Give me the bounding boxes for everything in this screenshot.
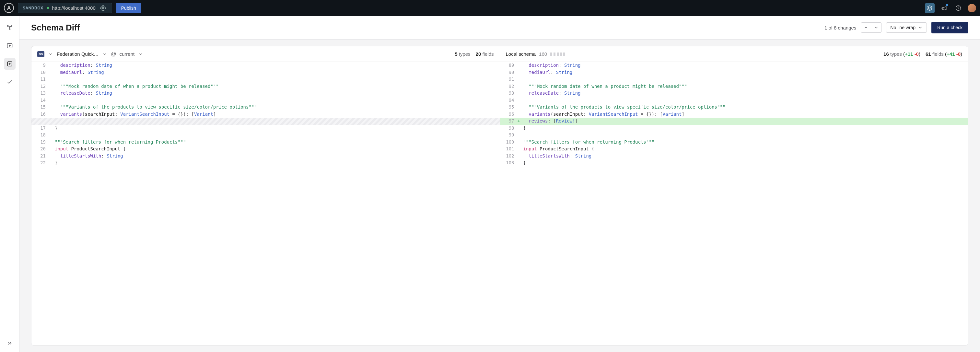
svg-point-4	[7, 25, 8, 26]
code-row: 21 titleStartsWith: String	[32, 153, 500, 160]
svg-point-6	[9, 29, 10, 30]
svg-line-8	[8, 26, 9, 27]
code-row: 18	[32, 132, 500, 139]
diff-gap-row	[32, 118, 500, 125]
code-row: 95 """Variants of the products to view s…	[500, 104, 968, 111]
source-selector[interactable]	[48, 51, 54, 57]
diff-panel-icon[interactable]	[4, 58, 16, 70]
check-icon[interactable]	[4, 76, 16, 88]
graph-icon[interactable]	[4, 22, 16, 33]
at-symbol: @	[111, 51, 116, 57]
chevron-down-icon	[918, 25, 923, 30]
expand-icon[interactable]	[4, 340, 16, 352]
code-row: 11	[32, 76, 500, 83]
top-bar: A SANDBOX http://localhost:4000 Publish	[0, 0, 980, 16]
graph-name: Federation Quick…	[57, 51, 99, 57]
code-row: 19"""Search filters for when returning P…	[32, 139, 500, 146]
code-row: 100"""Search filters for when returning …	[500, 139, 968, 146]
changes-count: 1 of 8 changes	[824, 25, 856, 30]
svg-point-2	[956, 5, 961, 10]
code-row: 14	[32, 97, 500, 104]
svg-marker-12	[9, 45, 10, 47]
play-panel-icon[interactable]	[4, 40, 16, 51]
endpoint-url: http://localhost:4000	[52, 5, 95, 11]
gear-icon[interactable]	[99, 4, 107, 12]
diff-container: DS Federation Quick… @ current 5 types 2…	[31, 46, 968, 346]
publish-button[interactable]: Publish	[116, 3, 141, 13]
svg-point-0	[102, 7, 104, 9]
code-row: 16 variants(searchInput: VariantSearchIn…	[32, 111, 500, 118]
page-title: Schema Diff	[31, 23, 80, 33]
code-row: 103}	[500, 159, 968, 167]
code-row: 101input ProductSearchInput {	[500, 145, 968, 153]
help-icon[interactable]	[953, 3, 963, 13]
status-dot-icon	[47, 7, 49, 9]
local-line-count: 160	[539, 51, 547, 57]
code-row: 12 """Mock random date of when a product…	[32, 83, 500, 90]
right-code-area[interactable]: 89 description: String90 mediaUrl: Strin…	[500, 62, 968, 345]
sandbox-label: SANDBOX	[23, 6, 43, 10]
code-row: 89 description: String	[500, 62, 968, 69]
ds-badge: DS	[37, 51, 45, 57]
code-row: 91	[500, 76, 968, 83]
code-row: 10 mediaUrl: String	[32, 69, 500, 76]
left-rail	[0, 16, 19, 352]
variant-selector[interactable]	[138, 51, 143, 57]
notification-dot-icon	[946, 4, 948, 6]
variant-name: current	[119, 51, 135, 57]
code-row: 92 """Mock random date of when a product…	[500, 83, 968, 90]
svg-marker-1	[928, 5, 932, 8]
loading-icon	[550, 53, 565, 56]
svg-line-9	[10, 26, 11, 27]
sandbox-url-bar[interactable]: SANDBOX http://localhost:4000	[18, 3, 112, 13]
code-row: 99	[500, 132, 968, 139]
app-logo[interactable]: A	[4, 3, 14, 13]
code-row: 22}	[32, 159, 500, 167]
user-avatar[interactable]	[968, 4, 976, 12]
code-row: 96 variants(searchInput: VariantSearchIn…	[500, 111, 968, 118]
code-row: 17}	[32, 125, 500, 132]
code-row: 13 releaseDate: String	[32, 90, 500, 97]
next-change-button[interactable]	[871, 22, 881, 33]
code-row: 97+ reviews: [Review!]	[500, 118, 968, 125]
code-row: 90 mediaUrl: String	[500, 69, 968, 76]
left-code-area[interactable]: 9 description: String10 mediaUrl: String…	[32, 62, 500, 345]
graph-selector[interactable]	[102, 51, 108, 57]
run-check-button[interactable]: Run a check	[931, 22, 968, 33]
code-row: 98}	[500, 125, 968, 132]
code-row: 94	[500, 97, 968, 104]
megaphone-icon[interactable]	[939, 3, 949, 13]
change-nav	[861, 22, 881, 33]
layers-icon[interactable]	[925, 3, 935, 13]
code-row: 93 releaseDate: String	[500, 90, 968, 97]
diff-right-column: Local schema 160 16 types (+11 -0) 61 fi…	[500, 46, 968, 345]
prev-change-button[interactable]	[861, 22, 871, 33]
code-row: 9 description: String	[32, 62, 500, 69]
diff-left-column: DS Federation Quick… @ current 5 types 2…	[32, 46, 500, 345]
line-wrap-select[interactable]: No line wrap	[886, 22, 927, 33]
svg-point-5	[11, 25, 12, 26]
code-row: 20input ProductSearchInput {	[32, 145, 500, 153]
page-header: Schema Diff 1 of 8 changes No line wrap …	[19, 16, 980, 40]
local-schema-title: Local schema	[506, 51, 536, 57]
svg-point-7	[9, 27, 10, 27]
code-row: 102 titleStartsWith: String	[500, 153, 968, 160]
code-row: 15 """Variants of the products to view s…	[32, 104, 500, 111]
